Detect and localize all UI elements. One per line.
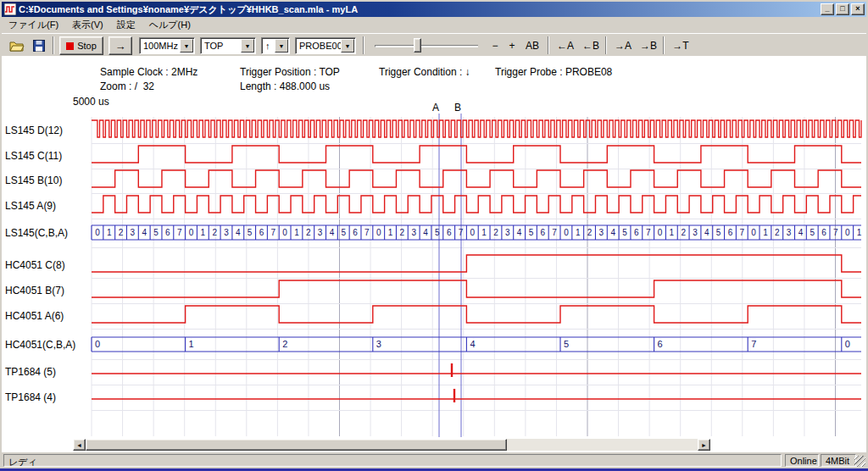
close-button[interactable]: × — [851, 3, 865, 15]
horizontal-scrollbar[interactable]: ◄ ► — [73, 439, 710, 451]
zoom-slider[interactable] — [370, 36, 481, 55]
app-icon — [4, 3, 16, 15]
svg-text:5: 5 — [529, 228, 534, 237]
svg-text:2: 2 — [493, 228, 498, 237]
svg-text:2: 2 — [587, 228, 593, 237]
trigger-probe-info: Trigger Probe : PROBE08 — [495, 66, 612, 78]
svg-text:1: 1 — [201, 228, 206, 237]
svg-text:0: 0 — [845, 228, 850, 237]
svg-text:4: 4 — [610, 228, 615, 237]
zoom-in-button[interactable]: + — [505, 37, 519, 54]
menu-file[interactable]: ファイル(F) — [2, 17, 65, 33]
run-button[interactable]: → — [108, 36, 132, 55]
svg-text:6: 6 — [540, 228, 545, 237]
svg-text:B: B — [454, 102, 461, 114]
svg-text:3: 3 — [318, 228, 323, 237]
svg-text:0: 0 — [470, 228, 476, 237]
titlebar[interactable]: C:¥Documents and Settings¥noname¥デスクトップ¥… — [2, 2, 866, 17]
window-controls: _ □ × — [819, 3, 865, 15]
waveform-display[interactable]: ABLS145 D(12)LS145 C(11)LS145 B(10)LS145… — [0, 95, 868, 439]
svg-text:3: 3 — [224, 228, 229, 237]
svg-text:2: 2 — [306, 228, 311, 237]
chevron-down-icon[interactable]: ▼ — [341, 39, 354, 53]
svg-text:5: 5 — [153, 228, 159, 237]
scrollbar-thumb[interactable] — [86, 439, 507, 451]
svg-text:3: 3 — [599, 228, 604, 237]
trigger-probe-combo[interactable]: PROBE00 ▼ — [295, 37, 356, 54]
svg-text:7: 7 — [833, 228, 838, 237]
svg-text:HC4051 A(6): HC4051 A(6) — [5, 310, 64, 322]
goto-trigger-button[interactable]: →T — [670, 37, 692, 54]
floppy-disk-icon — [33, 40, 45, 52]
goto-marker-a-right-button[interactable]: →A — [612, 37, 634, 54]
svg-text:0: 0 — [751, 228, 756, 237]
length-info: Length : 488.000 us — [240, 80, 330, 92]
chevron-down-icon[interactable]: ▼ — [180, 39, 193, 53]
resize-grip-icon[interactable] — [854, 456, 865, 467]
svg-text:HC4051 C(8): HC4051 C(8) — [5, 259, 65, 271]
svg-text:3: 3 — [376, 339, 381, 349]
menubar: ファイル(F) 表示(V) 設定 ヘルプ(H) — [2, 17, 866, 33]
trigger-position-combo[interactable]: TOP ▼ — [200, 37, 256, 54]
svg-text:0: 0 — [189, 228, 194, 237]
svg-text:HC4051(C,B,A): HC4051(C,B,A) — [5, 339, 75, 351]
chevron-down-icon[interactable]: ▼ — [241, 39, 254, 53]
svg-text:5: 5 — [622, 228, 627, 237]
svg-text:1: 1 — [576, 228, 581, 237]
menu-help[interactable]: ヘルプ(H) — [142, 17, 198, 33]
svg-text:1: 1 — [388, 228, 393, 237]
svg-text:6: 6 — [353, 228, 358, 237]
status-online: Online — [785, 454, 819, 467]
run-arrow-icon: → — [115, 40, 126, 53]
maximize-button[interactable]: □ — [836, 3, 849, 15]
svg-text:4: 4 — [704, 228, 709, 237]
svg-text:6: 6 — [658, 339, 663, 349]
svg-text:7: 7 — [751, 339, 756, 349]
scroll-left-button[interactable]: ◄ — [73, 439, 86, 451]
svg-text:7: 7 — [271, 228, 276, 237]
svg-text:7: 7 — [552, 228, 557, 237]
toolbar: Stop → 100MHz ▼ TOP ▼ ↑ ▼ PROBE00 ▼ − + … — [2, 33, 866, 56]
stop-button[interactable]: Stop — [59, 36, 103, 55]
svg-text:3: 3 — [411, 228, 416, 237]
app-window: C:¥Documents and Settings¥noname¥デスクトップ¥… — [0, 0, 868, 471]
svg-text:6: 6 — [165, 228, 170, 237]
minimize-button[interactable]: _ — [821, 3, 834, 15]
svg-text:3: 3 — [505, 228, 510, 237]
goto-marker-b-left-button[interactable]: ←B — [580, 37, 602, 54]
svg-text:0: 0 — [95, 339, 100, 349]
sample-clock-combo[interactable]: 100MHz ▼ — [139, 37, 195, 54]
menu-settings[interactable]: 設定 — [110, 17, 142, 33]
svg-text:LS145 A(9): LS145 A(9) — [5, 200, 56, 212]
trigger-edge-combo[interactable]: ↑ ▼ — [261, 37, 290, 54]
goto-marker-a-left-button[interactable]: ←A — [554, 37, 576, 54]
svg-text:3: 3 — [787, 228, 792, 237]
chevron-down-icon[interactable]: ▼ — [275, 39, 288, 53]
svg-text:2: 2 — [119, 228, 124, 237]
statusbar: レディ Online 4MBit — [2, 452, 866, 468]
svg-text:LS145 C(11): LS145 C(11) — [5, 150, 62, 162]
svg-text:3: 3 — [693, 228, 698, 237]
svg-text:0: 0 — [376, 228, 381, 237]
ab-markers-button[interactable]: AB — [522, 37, 542, 54]
save-button[interactable] — [29, 36, 49, 55]
svg-text:4: 4 — [517, 228, 522, 237]
svg-text:1: 1 — [294, 228, 299, 237]
open-file-button[interactable] — [7, 36, 27, 55]
menu-view[interactable]: 表示(V) — [65, 17, 110, 33]
svg-text:1: 1 — [670, 228, 675, 237]
svg-text:6: 6 — [447, 228, 452, 237]
svg-text:4: 4 — [470, 339, 475, 349]
trigger-edge-value: ↑ — [262, 41, 275, 51]
zoom-slider-track[interactable] — [375, 45, 478, 47]
zoom-out-button[interactable]: − — [488, 37, 502, 54]
svg-text:0: 0 — [564, 228, 569, 237]
scroll-right-button[interactable]: ► — [698, 439, 710, 451]
trigger-condition-info: Trigger Condition : ↓ — [379, 66, 470, 78]
zoom-slider-thumb[interactable] — [414, 38, 421, 53]
svg-text:6: 6 — [634, 228, 639, 237]
toolbar-separator — [605, 36, 607, 54]
folder-open-icon — [9, 40, 25, 52]
svg-text:0: 0 — [95, 228, 100, 237]
goto-marker-b-right-button[interactable]: →B — [637, 37, 659, 54]
